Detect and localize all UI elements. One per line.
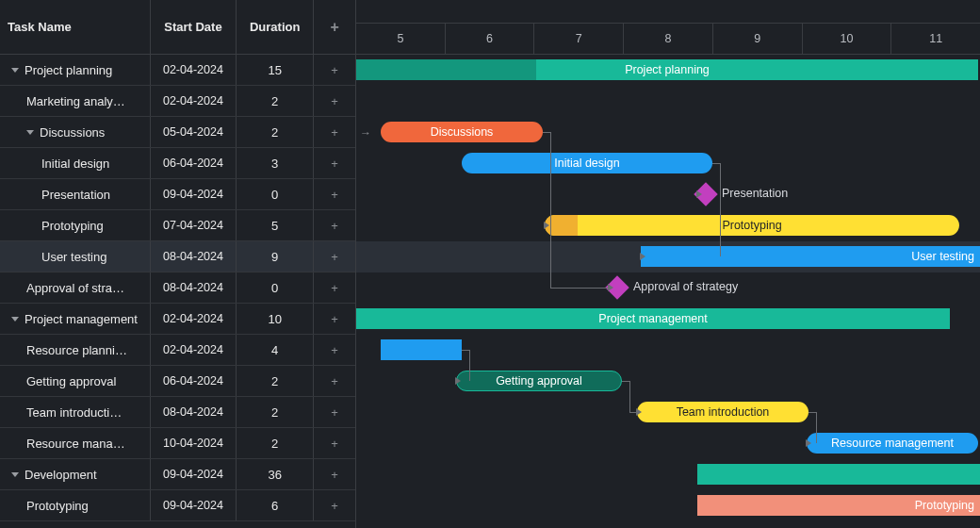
task-start-cell[interactable]: 02-04-2024 [151, 335, 237, 365]
task-name-cell[interactable]: Resource mana… [0, 428, 151, 458]
task-name-cell[interactable]: Team introducti… [0, 397, 151, 427]
task-start-cell[interactable]: 08-04-2024 [151, 241, 237, 272]
timeline-body[interactable]: Project planning→DiscussionsInitial desi… [356, 55, 980, 528]
add-subtask-button[interactable]: + [314, 117, 355, 147]
table-row[interactable]: Presentation09-04-20240+ [0, 179, 355, 210]
task-name-cell[interactable]: Discussions [0, 117, 151, 147]
add-subtask-button[interactable]: + [314, 55, 355, 85]
task-start-cell[interactable]: 10-04-2024 [151, 428, 237, 458]
task-name-label: Marketing analy… [26, 94, 125, 108]
gantt-bar[interactable] [697, 464, 980, 485]
task-start-cell[interactable]: 02-04-2024 [151, 86, 237, 116]
add-subtask-button[interactable]: + [314, 397, 355, 427]
task-start-cell[interactable]: 07-04-2024 [151, 210, 237, 240]
table-row[interactable]: Project planning02-04-202415+ [0, 55, 355, 86]
table-row[interactable]: Approval of stra…08-04-20240+ [0, 272, 355, 304]
task-duration-cell[interactable]: 36 [237, 459, 314, 489]
gantt-bar[interactable]: Discussions [381, 122, 543, 142]
task-start-cell[interactable]: 09-04-2024 [151, 459, 237, 489]
table-row[interactable]: Team introducti…08-04-20242+ [0, 397, 355, 428]
table-row[interactable]: Resource planni…02-04-20244+ [0, 335, 355, 366]
column-header-start[interactable]: Start Date [151, 0, 237, 54]
gantt-bar[interactable]: Getting approval [456, 371, 622, 391]
task-name-cell[interactable]: Getting approval [0, 366, 151, 396]
column-header-name[interactable]: Task Name [0, 0, 151, 54]
task-name-cell[interactable]: Presentation [0, 179, 151, 209]
add-subtask-button[interactable]: + [314, 335, 355, 365]
gantt-bar-label: Prototyping [722, 219, 781, 232]
expand-caret-icon[interactable] [26, 130, 34, 135]
task-duration-cell[interactable]: 2 [237, 428, 314, 458]
task-duration-cell[interactable]: 3 [237, 148, 314, 178]
add-subtask-button[interactable]: + [314, 304, 355, 334]
task-start-cell[interactable]: 05-04-2024 [151, 117, 237, 147]
task-name-cell[interactable]: Approval of stra… [0, 272, 151, 303]
add-subtask-button[interactable]: + [314, 86, 355, 116]
task-start-cell[interactable]: 02-04-2024 [151, 304, 237, 334]
column-header-duration[interactable]: Duration [237, 0, 314, 54]
add-subtask-button[interactable]: + [314, 241, 355, 272]
task-duration-cell[interactable]: 10 [237, 304, 314, 334]
task-name-cell[interactable]: Prototyping [0, 490, 151, 520]
add-column-button[interactable]: + [314, 0, 355, 54]
gantt-bar[interactable]: User testing [641, 246, 980, 267]
add-subtask-button[interactable]: + [314, 428, 355, 458]
task-name-cell[interactable]: Marketing analy… [0, 86, 151, 116]
gantt-container: Task Name Start Date Duration + Project … [0, 0, 980, 528]
task-duration-cell[interactable]: 2 [237, 366, 314, 396]
table-row[interactable]: Discussions05-04-20242+ [0, 117, 355, 148]
gantt-bar[interactable]: Prototyping [697, 495, 980, 516]
task-duration-cell[interactable]: 0 [237, 179, 314, 209]
expand-caret-icon[interactable] [11, 68, 19, 73]
add-subtask-button[interactable]: + [314, 148, 355, 178]
table-row[interactable]: Initial design06-04-20243+ [0, 148, 355, 179]
gantt-bar[interactable]: Project management [356, 308, 950, 329]
gantt-bar[interactable]: Team introduction [637, 402, 808, 422]
gantt-bar[interactable]: Project planning [356, 59, 978, 80]
task-duration-cell[interactable]: 9 [237, 241, 314, 272]
task-duration-cell[interactable]: 2 [237, 86, 314, 116]
task-start-cell[interactable]: 06-04-2024 [151, 148, 237, 178]
table-row[interactable]: User testing08-04-20249+ [0, 241, 355, 272]
task-name-cell[interactable]: Project management [0, 304, 151, 334]
task-start-cell[interactable]: 09-04-2024 [151, 490, 237, 520]
task-duration-cell[interactable]: 0 [237, 272, 314, 303]
task-duration-cell[interactable]: 5 [237, 210, 314, 240]
table-row[interactable]: Prototyping09-04-20246+ [0, 490, 355, 521]
timeline: 567891011 Project planning→DiscussionsIn… [356, 0, 980, 528]
add-subtask-button[interactable]: + [314, 210, 355, 240]
task-duration-cell[interactable]: 6 [237, 490, 314, 520]
task-start-cell[interactable]: 02-04-2024 [151, 55, 237, 85]
task-name-cell[interactable]: Prototyping [0, 210, 151, 240]
table-row[interactable]: Prototyping07-04-20245+ [0, 210, 355, 241]
table-row[interactable]: Getting approval06-04-20242+ [0, 366, 355, 397]
task-name-cell[interactable]: Resource planni… [0, 335, 151, 365]
task-start-cell[interactable]: 09-04-2024 [151, 179, 237, 209]
task-name-cell[interactable]: User testing [0, 241, 151, 272]
add-subtask-button[interactable]: + [314, 179, 355, 209]
table-row[interactable]: Project management02-04-202410+ [0, 304, 355, 335]
task-duration-cell[interactable]: 4 [237, 335, 314, 365]
add-subtask-button[interactable]: + [314, 366, 355, 396]
expand-caret-icon[interactable] [11, 472, 19, 477]
table-row[interactable]: Resource mana…10-04-20242+ [0, 428, 355, 459]
gantt-bar[interactable]: Resource management [807, 433, 978, 454]
expand-caret-icon[interactable] [11, 317, 19, 322]
task-duration-cell[interactable]: 2 [237, 397, 314, 427]
task-duration-cell[interactable]: 15 [237, 55, 314, 85]
add-subtask-button[interactable]: + [314, 490, 355, 520]
task-duration-cell[interactable]: 2 [237, 117, 314, 147]
gantt-bar[interactable]: Prototyping [545, 215, 959, 236]
task-start-cell[interactable]: 08-04-2024 [151, 272, 237, 303]
gantt-bar[interactable]: Initial design [462, 153, 712, 173]
table-row[interactable]: Marketing analy…02-04-20242+ [0, 86, 355, 117]
add-subtask-button[interactable]: + [314, 459, 355, 489]
task-name-cell[interactable]: Project planning [0, 55, 151, 85]
add-subtask-button[interactable]: + [314, 272, 355, 303]
task-name-cell[interactable]: Initial design [0, 148, 151, 178]
table-row[interactable]: Development09-04-202436+ [0, 459, 355, 490]
task-name-cell[interactable]: Development [0, 459, 151, 489]
task-start-cell[interactable]: 06-04-2024 [151, 366, 237, 396]
gantt-bar[interactable] [381, 339, 462, 360]
task-start-cell[interactable]: 08-04-2024 [151, 397, 237, 427]
